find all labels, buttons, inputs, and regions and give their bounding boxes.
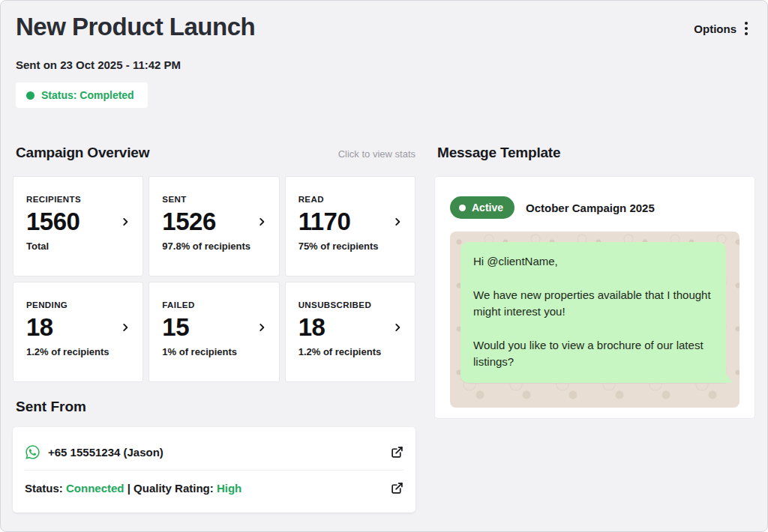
stat-card-read[interactable]: READ 1170 75% of recipients: [285, 176, 416, 276]
status-badge-label: Status: Completed: [41, 89, 134, 101]
chevron-right-icon: [120, 322, 130, 333]
options-button[interactable]: Options: [694, 20, 749, 37]
sender-phone: +65 15551234 (Jason): [48, 446, 164, 459]
stat-card-recipients[interactable]: RECIPIENTS 1560 Total: [13, 176, 143, 276]
stat-value: 15: [162, 313, 189, 342]
stat-value: 18: [298, 313, 326, 342]
stat-value: 1560: [26, 208, 80, 236]
template-name: October Campaign 2025: [526, 202, 655, 214]
sender-status-text: Status: Connected | Quality Rating: High: [25, 482, 242, 495]
campaign-overview-title: Campaign Overview: [16, 145, 149, 161]
kebab-menu-icon[interactable]: [743, 20, 749, 37]
sent-from-title: Sent From: [13, 399, 416, 415]
sender-status-row: Status: Connected | Quality Rating: High: [25, 470, 404, 506]
stat-label: READ: [298, 195, 403, 204]
chevron-right-icon: [120, 217, 130, 227]
right-column: Message Template Active October Campaign…: [434, 145, 755, 513]
stat-label: FAILED: [162, 300, 266, 309]
stat-caption: 1.2% of recipients: [26, 346, 130, 357]
stat-card-failed[interactable]: FAILED 15 1% of recipients: [148, 282, 279, 382]
message-paragraph: Would you like to view a brochure of our…: [473, 337, 713, 371]
stat-card-sent[interactable]: SENT 1526 97.8% of recipients: [148, 176, 279, 276]
stat-caption: 97.8% of recipients: [162, 241, 266, 252]
sender-row: +65 15551234 (Jason): [25, 434, 404, 470]
stat-caption: 1.2% of recipients: [298, 346, 403, 357]
message-bubble: Hi @clientName, We have new properties a…: [460, 242, 726, 383]
message-paragraph: We have new properties available that I …: [473, 287, 713, 321]
chevron-right-icon: [392, 322, 403, 333]
active-badge-label: Active: [472, 202, 503, 214]
page-title: New Product Launch: [16, 13, 255, 41]
status-connected-value: Connected: [66, 482, 124, 495]
stat-card-pending[interactable]: PENDING 18 1.2% of recipients: [13, 282, 143, 382]
stat-label: SENT: [162, 195, 266, 204]
campaign-overview-header: Campaign Overview Click to view stats: [13, 145, 416, 166]
stat-value: 18: [26, 313, 53, 342]
external-link-icon[interactable]: [391, 482, 404, 495]
stat-label: PENDING: [26, 300, 130, 309]
active-badge: Active: [450, 196, 514, 219]
sent-on-text: Sent on 23 Oct 2025 - 11:42 PM: [1, 58, 767, 71]
stat-caption: 75% of recipients: [298, 241, 403, 252]
chevron-right-icon: [256, 217, 267, 227]
whatsapp-icon: [25, 444, 40, 460]
stat-card-unsubscribed[interactable]: UNSUBSCRIBED 18 1.2% of recipients: [285, 282, 416, 382]
chevron-right-icon: [392, 217, 403, 227]
status-badge: Status: Completed: [16, 82, 148, 108]
message-template-card: Active October Campaign 2025 Hi @clientN…: [434, 176, 755, 419]
options-label: Options: [694, 22, 736, 35]
message-paragraph: Hi @clientName,: [473, 253, 713, 270]
click-to-view-stats-hint: Click to view stats: [338, 148, 416, 160]
main-content: Campaign Overview Click to view stats RE…: [1, 108, 767, 513]
stat-label: RECIPIENTS: [26, 195, 130, 204]
left-column: Campaign Overview Click to view stats RE…: [13, 145, 416, 513]
stat-caption: Total: [26, 241, 130, 252]
active-dot-icon: [459, 205, 466, 211]
stat-value: 1526: [162, 208, 215, 236]
page-header: New Product Launch Options: [1, 1, 767, 41]
stat-value: 1170: [298, 208, 351, 236]
stats-grid: RECIPIENTS 1560 Total SENT 1526 97.8% of…: [13, 176, 416, 382]
stat-label: UNSUBSCRIBED: [298, 300, 403, 309]
whatsapp-chat-preview: Hi @clientName, We have new properties a…: [450, 232, 740, 408]
chevron-right-icon: [256, 322, 267, 333]
stat-caption: 1% of recipients: [162, 346, 266, 357]
message-template-header: Message Template: [434, 145, 755, 166]
sent-from-card: +65 15551234 (Jason) Status: Connected |…: [13, 427, 416, 513]
message-template-title: Message Template: [437, 145, 560, 161]
campaign-detail-page: New Product Launch Options Sent on 23 Oc…: [0, 0, 768, 532]
status-dot-icon: [26, 91, 34, 100]
external-link-icon[interactable]: [391, 446, 404, 459]
quality-rating-value: High: [217, 482, 242, 495]
